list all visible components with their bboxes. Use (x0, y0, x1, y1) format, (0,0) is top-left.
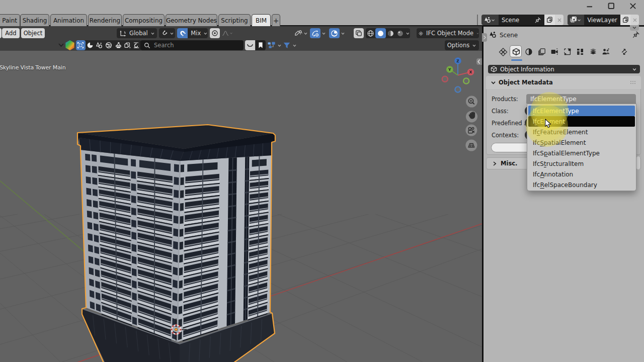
shading-material-button[interactable] (386, 30, 395, 37)
add-workspace-button[interactable]: + (272, 14, 280, 26)
new-viewlayer-button[interactable] (620, 15, 631, 25)
tool-brush[interactable] (113, 40, 123, 50)
shading-rendered-button[interactable] (395, 30, 405, 37)
scene-selector[interactable]: Scene (481, 15, 564, 25)
tool-world[interactable] (104, 40, 114, 50)
workspace-tab-shading[interactable]: Shading (20, 14, 49, 26)
maximize-button[interactable] (607, 2, 615, 10)
properties-tab-world[interactable] (576, 47, 585, 56)
object-menu-button[interactable]: Object (21, 28, 45, 38)
chevron-down-icon[interactable] (406, 31, 410, 36)
tool-settings-collapse-chevron[interactable] (58, 42, 64, 48)
mode-selector[interactable]: IFC Object Mode (417, 28, 479, 38)
drag-grip-icon[interactable] (630, 80, 637, 84)
tool-texture[interactable] (95, 40, 104, 50)
object-metadata-header[interactable]: Object Metadata (486, 76, 641, 89)
navigation-gizmo[interactable]: ZYX (442, 57, 474, 92)
pin-icon[interactable] (632, 31, 640, 39)
gizmos-toggle[interactable] (329, 28, 340, 38)
nav-zoom-icon[interactable] (466, 96, 477, 108)
search-input[interactable]: Search (140, 40, 244, 50)
nav-grid-icon[interactable] (465, 140, 477, 151)
workspace-tab-geometry-nodes[interactable]: Geometry Nodes (166, 14, 217, 26)
region-resize-handle[interactable] (482, 33, 487, 42)
workspace-tab-scripting[interactable]: Scripting (218, 14, 251, 26)
products-dropdown[interactable]: IfcElementType (526, 94, 636, 104)
shading-wireframe-button[interactable] (366, 30, 375, 37)
options-dropdown[interactable]: Options (445, 40, 479, 50)
properties-tab-viewlayer-tab[interactable] (550, 47, 559, 56)
chevron-down-icon (292, 43, 297, 48)
enum-item-label: A (540, 171, 544, 178)
viewlayer-selector-iconbox[interactable] (568, 15, 584, 25)
snapping-dropdown[interactable] (159, 28, 175, 38)
enum-item-label: If (533, 129, 537, 136)
blender-window: Texture PaintShadingAnimationRenderingCo… (0, 0, 644, 362)
shading-solid-button[interactable] (375, 28, 385, 38)
remove-viewlayer-button[interactable] (630, 15, 639, 25)
scrollbar-thumb[interactable] (636, 156, 640, 169)
workspace-tab-animation[interactable]: Animation (50, 14, 87, 26)
workspace-tab-compositing[interactable]: Compositing (123, 14, 165, 26)
unlink-scene-button[interactable] (555, 15, 564, 25)
tool-icons-group (76, 40, 141, 50)
properties-tab-object[interactable] (512, 47, 521, 56)
properties-tab-render[interactable] (524, 47, 533, 56)
falloff-curve-icon[interactable] (222, 30, 229, 37)
workspace-tab-bim[interactable]: BIM (252, 14, 271, 26)
snap-toggle[interactable] (177, 28, 188, 38)
overlays-dropdown[interactable] (310, 28, 327, 38)
object-information-header[interactable]: Object Information (488, 65, 640, 73)
tool-hook[interactable] (132, 40, 141, 50)
outliner-collection-dropdown[interactable] (267, 40, 282, 50)
proportional-toggle[interactable] (210, 28, 220, 38)
workspace-tab-rendering[interactable]: Rendering (88, 14, 122, 26)
tool-select-box[interactable] (76, 40, 86, 50)
close-button[interactable] (629, 2, 637, 10)
enum-item-ifcelement[interactable]: IfcElement (528, 116, 635, 127)
smooth-toggle[interactable] (245, 40, 255, 50)
enum-item-ifcspatialelementtype[interactable]: IfcSpatialElementType (528, 148, 635, 158)
cube-icon (491, 66, 497, 72)
gizmos-dropdown[interactable] (329, 28, 346, 38)
brush-preview-icon[interactable] (64, 40, 75, 51)
properties-tab-bim-project[interactable] (499, 47, 508, 56)
proportional-editing-group[interactable] (210, 28, 233, 38)
scene-selector-iconbox[interactable] (481, 15, 499, 25)
filter-funnel-icon (283, 42, 291, 49)
minimize-button[interactable] (586, 2, 594, 10)
orientation-icon (119, 30, 127, 37)
viewlayer-selector[interactable]: ViewLayer (568, 15, 639, 25)
properties-tab-output[interactable] (537, 47, 546, 56)
enum-item-label: patialElement (544, 139, 586, 146)
enum-item-ifcspatialelement[interactable]: IfcSpatialElement (528, 137, 635, 148)
viewlayer-name-field[interactable]: ViewLayer (584, 15, 620, 25)
editor-corner-widget[interactable] (630, 25, 639, 31)
workspace-tab-texture-paint[interactable]: Texture Paint (0, 14, 20, 26)
enum-item-ifcstructuralitem[interactable]: IfcStructuralItem (528, 158, 635, 169)
filter-dropdown[interactable] (283, 40, 299, 50)
properties-tab-collection[interactable] (589, 47, 598, 56)
orientation-dropdown[interactable]: Global (117, 28, 157, 38)
tool-clone[interactable] (123, 40, 132, 50)
pin-icon[interactable] (534, 17, 541, 24)
enum-item-ifcelementtype[interactable]: IfcElementType (528, 106, 635, 116)
overlays-toggle[interactable] (310, 28, 320, 38)
render-icon (525, 48, 533, 56)
view-menu-cut[interactable] (0, 28, 2, 38)
enum-item-ifcrelspaceboundary[interactable]: IfcRelSpaceBoundary (528, 179, 635, 190)
xray-toggle[interactable] (354, 28, 364, 38)
properties-tab-people[interactable] (601, 47, 610, 56)
add-menu-button[interactable]: Add (2, 28, 20, 38)
scene-name-field[interactable]: Scene (499, 15, 544, 25)
chevron-right-icon (482, 35, 487, 40)
falloff-dropdown[interactable]: Mix (177, 28, 208, 38)
show-gizmo-dropdown[interactable] (294, 28, 308, 38)
enum-item-ifcannotation[interactable]: IfcAnnotation (528, 169, 635, 179)
bookmark-toggle[interactable] (256, 40, 266, 50)
properties-tab-physics[interactable] (620, 47, 629, 56)
tool-contrast[interactable] (86, 40, 95, 50)
new-scene-button[interactable] (544, 15, 555, 25)
properties-tab-scene-tab[interactable] (563, 47, 572, 56)
enum-item-ifcfeatureelement[interactable]: IfcFeatureElement (528, 127, 635, 137)
